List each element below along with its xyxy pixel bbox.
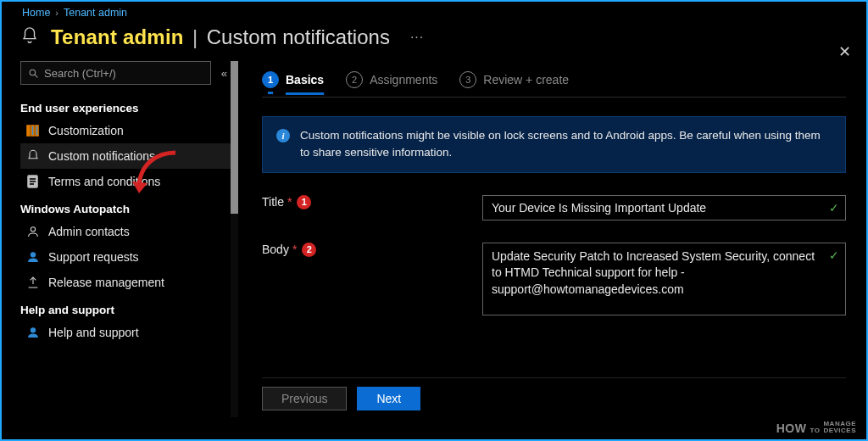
breadcrumb-home[interactable]: Home — [22, 7, 50, 19]
wizard-steps: 1 Basics 2 Assignments 3 Review + create — [262, 61, 846, 88]
sidebar-item-label: Admin contacts — [48, 225, 130, 238]
svg-rect-2 — [27, 126, 30, 136]
sidebar-group-help: Help and support — [20, 304, 231, 316]
step-label: Basics — [286, 73, 324, 87]
body-input[interactable] — [482, 243, 846, 315]
wizard-step-review[interactable]: 3 Review + create — [459, 71, 569, 88]
sidebar-group-end-user: End user experiences — [20, 102, 231, 114]
sidebar-item-terms[interactable]: Terms and conditions — [20, 169, 231, 194]
collapse-sidebar-button[interactable]: « — [218, 67, 231, 80]
breadcrumb: Home › Tenant admin — [2, 2, 866, 20]
sidebar-scrollbar[interactable] — [231, 61, 238, 417]
callout-badge-2: 2 — [302, 243, 316, 257]
info-icon: i — [276, 129, 290, 142]
step-number-icon: 2 — [346, 71, 363, 88]
sidebar-item-support-requests[interactable]: Support requests — [20, 244, 231, 270]
body-label: Body* 2 — [262, 243, 474, 257]
check-icon: ✓ — [829, 201, 839, 215]
search-icon — [28, 68, 39, 79]
check-icon: ✓ — [829, 248, 839, 262]
wizard-step-assignments[interactable]: 2 Assignments — [346, 71, 437, 88]
svg-point-10 — [31, 253, 35, 257]
info-banner: i Custom notifications might be visible … — [262, 116, 846, 173]
sidebar-item-admin-contacts[interactable]: Admin contacts — [20, 219, 231, 244]
svg-rect-3 — [31, 126, 34, 136]
sidebar-item-label: Help and support — [48, 326, 139, 339]
title-separator: | — [187, 25, 203, 48]
step-label: Assignments — [370, 73, 437, 87]
help-person-icon — [26, 326, 40, 339]
title-label: Title* 1 — [262, 195, 474, 209]
search-placeholder: Search (Ctrl+/) — [44, 67, 116, 80]
sidebar-item-customization[interactable]: Customization — [20, 118, 231, 143]
title-input[interactable] — [482, 195, 846, 220]
wizard-footer: Previous Next — [262, 377, 846, 417]
more-actions-button[interactable]: ··· — [410, 30, 424, 45]
sidebar-item-label: Terms and conditions — [48, 175, 160, 188]
svg-line-1 — [35, 75, 37, 77]
sidebar-item-custom-notifications[interactable]: Custom notifications — [20, 143, 231, 169]
next-button[interactable]: Next — [357, 387, 420, 410]
page-title: Tenant admin — [51, 25, 184, 48]
svg-rect-4 — [36, 126, 38, 136]
page-subtitle: Custom notifications — [207, 25, 390, 48]
sidebar-item-label: Custom notifications — [48, 149, 155, 163]
document-icon — [26, 175, 40, 188]
upload-icon — [26, 276, 40, 289]
step-label: Review + create — [483, 73, 569, 87]
previous-button[interactable]: Previous — [262, 387, 347, 410]
support-person-icon — [26, 250, 40, 264]
bell-icon — [20, 26, 39, 48]
wizard-step-basics[interactable]: 1 Basics — [262, 71, 324, 88]
breadcrumb-tenant-admin[interactable]: Tenant admin — [64, 7, 127, 19]
sidebar: Search (Ctrl+/) « End user experiences C… — [20, 61, 231, 417]
sidebar-item-help-support[interactable]: Help and support — [20, 320, 231, 345]
sidebar-item-label: Support requests — [48, 250, 139, 264]
svg-point-0 — [30, 70, 36, 75]
sidebar-item-release-management[interactable]: Release management — [20, 270, 231, 295]
close-button[interactable]: ✕ — [838, 42, 851, 61]
sidebar-item-label: Customization — [48, 124, 124, 137]
person-icon — [26, 225, 40, 238]
svg-point-9 — [31, 227, 35, 232]
sidebar-item-label: Release management — [48, 276, 164, 289]
bell-outline-icon — [26, 149, 40, 163]
info-banner-text: Custom notifications might be visible on… — [300, 127, 832, 162]
watermark: HOW TO MANAGEDEVICES — [776, 421, 856, 434]
notification-form: Title* 1 ✓ Body* 2 ✓ — [262, 195, 846, 319]
search-input[interactable]: Search (Ctrl+/) — [20, 61, 211, 85]
svg-point-11 — [31, 328, 35, 332]
step-number-icon: 1 — [262, 71, 279, 88]
content-pane: 1 Basics 2 Assignments 3 Review + create… — [238, 61, 866, 417]
step-number-icon: 3 — [459, 71, 476, 88]
page-header: Tenant admin | Custom notifications ··· … — [2, 20, 866, 61]
callout-badge-1: 1 — [297, 195, 311, 209]
customization-icon — [26, 124, 40, 137]
chevron-right-icon: › — [55, 8, 58, 18]
sidebar-group-autopatch: Windows Autopatch — [20, 203, 231, 215]
